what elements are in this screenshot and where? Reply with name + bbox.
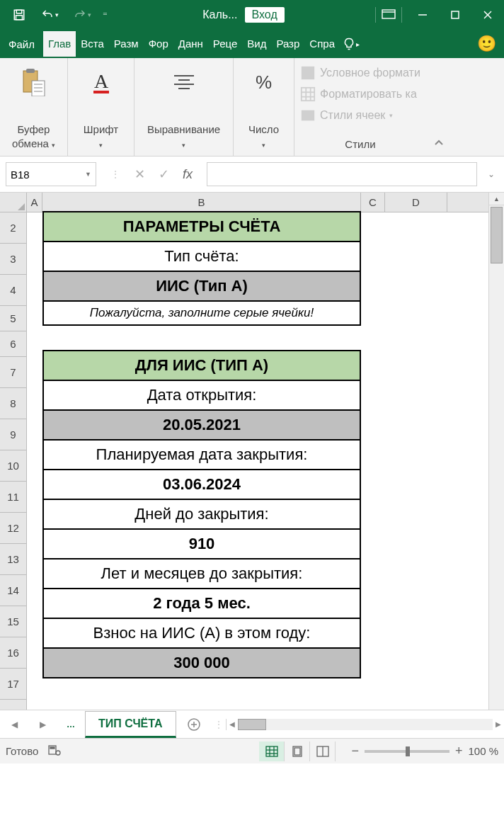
sheet-tab-active[interactable]: ТИП СЧЁТА xyxy=(85,711,176,738)
row-header[interactable]: 4 xyxy=(0,275,26,306)
tab-formulas[interactable]: Фор xyxy=(144,31,173,57)
row-header[interactable]: 6 xyxy=(0,331,26,357)
format-as-table-button[interactable]: Форматировать ка xyxy=(300,84,420,105)
minimize-button[interactable] xyxy=(406,0,439,30)
view-page-layout-icon[interactable] xyxy=(285,742,310,761)
undo-icon[interactable]: ▾ xyxy=(34,0,65,30)
row-header[interactable]: 3 xyxy=(0,244,26,275)
row-header[interactable]: 8 xyxy=(0,388,26,419)
feedback-icon[interactable]: 🙂 xyxy=(469,35,504,53)
zoom-in-button[interactable]: + xyxy=(455,744,463,759)
cell[interactable]: 300 000 xyxy=(42,647,361,678)
cell[interactable]: 910 xyxy=(42,528,361,559)
column-header[interactable]: B xyxy=(42,193,361,212)
qat-customize-icon[interactable]: ⁼ xyxy=(99,0,110,30)
tab-home[interactable]: Глав xyxy=(43,31,76,57)
ribbon-display-icon[interactable] xyxy=(382,9,396,21)
cell[interactable]: Лет и месяцев до закрытия: xyxy=(42,558,361,589)
svg-rect-22 xyxy=(302,88,314,101)
add-sheet-button[interactable] xyxy=(176,717,212,732)
cancel-icon[interactable]: ✕ xyxy=(127,162,151,186)
svg-rect-1 xyxy=(16,10,22,13)
status-ready: Готово xyxy=(6,745,38,757)
number-button[interactable]: % xyxy=(256,62,272,98)
cell[interactable]: ДЛЯ ИИС (ТИП А) xyxy=(42,350,361,381)
row-header[interactable]: 11 xyxy=(0,482,26,513)
horizontal-scrollbar[interactable]: ◀ ▶ xyxy=(226,719,504,730)
collapse-ribbon-icon[interactable] xyxy=(426,58,452,156)
cell[interactable]: 20.05.2021 xyxy=(42,409,361,441)
column-header[interactable]: D xyxy=(385,193,447,212)
svg-rect-2 xyxy=(16,16,23,20)
row-header[interactable]: 17 xyxy=(0,669,26,700)
row-header[interactable]: 10 xyxy=(0,450,26,482)
zoom-slider[interactable] xyxy=(365,750,449,753)
tab-help[interactable]: Спра xyxy=(304,31,340,57)
tab-insert[interactable]: Вста xyxy=(76,31,109,57)
spreadsheet-grid[interactable]: 2 3 4 5 6 7 8 9 10 11 12 13 14 15 16 17 … xyxy=(0,193,504,710)
column-header[interactable]: A xyxy=(27,193,42,212)
enter-icon[interactable]: ✓ xyxy=(151,162,176,186)
expand-formula-icon[interactable]: ⌄ xyxy=(484,169,498,179)
row-header[interactable]: 5 xyxy=(0,306,26,331)
ribbon-tabs: Файл Глав Вста Разм Фор Данн Реце Вид Ра… xyxy=(0,30,504,58)
select-all-button[interactable] xyxy=(0,193,26,212)
row-header[interactable]: 15 xyxy=(0,606,26,637)
alignment-button[interactable] xyxy=(171,62,197,98)
cell[interactable]: Дата открытия: xyxy=(42,380,361,411)
row-header[interactable]: 7 xyxy=(0,357,26,388)
sheet-nav-prev[interactable]: ◀ xyxy=(0,720,28,729)
tab-file[interactable]: Файл xyxy=(0,32,43,57)
row-header[interactable]: 9 xyxy=(0,419,26,450)
cell-styles-button[interactable]: Стили ячеек ▾ xyxy=(300,105,420,126)
row-header[interactable]: 12 xyxy=(0,513,26,544)
cell[interactable]: ИИС (Тип А) xyxy=(42,271,361,302)
group-number-label: Число▾ xyxy=(248,123,279,154)
cell[interactable]: 03.06.2024 xyxy=(42,469,361,500)
font-button[interactable]: A xyxy=(91,62,112,98)
signin-button[interactable]: Вход xyxy=(245,7,285,23)
scrollbar-thumb[interactable] xyxy=(491,207,503,263)
cell[interactable]: Дней до закрытия: xyxy=(42,499,361,530)
tab-developer[interactable]: Разр xyxy=(271,31,304,57)
zoom-out-button[interactable]: − xyxy=(351,744,359,759)
alignment-icon xyxy=(171,67,197,98)
cell[interactable]: Планируемая дата закрытия: xyxy=(42,439,361,470)
formula-input[interactable] xyxy=(207,162,477,186)
cell[interactable]: 2 года 5 мес. xyxy=(42,588,361,619)
row-header[interactable]: 16 xyxy=(0,637,26,669)
view-normal-icon[interactable] xyxy=(259,742,285,761)
maximize-button[interactable] xyxy=(439,0,471,30)
tab-data[interactable]: Данн xyxy=(173,31,208,57)
tab-layout[interactable]: Разм xyxy=(109,31,144,57)
vertical-scrollbar[interactable]: ▲ xyxy=(488,193,504,710)
redo-icon[interactable]: ▾ xyxy=(67,0,98,30)
row-header[interactable]: 2 xyxy=(0,212,26,244)
sheet-more[interactable]: … xyxy=(57,720,85,729)
cell[interactable]: Взнос на ИИС (А) в этом году: xyxy=(42,618,361,649)
fx-icon[interactable]: fx xyxy=(176,162,200,186)
row-header[interactable]: 13 xyxy=(0,544,26,575)
tell-me-icon[interactable]: ▸ xyxy=(340,38,362,50)
save-icon[interactable] xyxy=(6,0,33,30)
view-page-break-icon[interactable] xyxy=(310,742,336,761)
name-box[interactable]: B18 ▼ xyxy=(6,162,96,186)
tab-review[interactable]: Реце xyxy=(208,31,242,57)
paste-button[interactable] xyxy=(22,62,46,98)
column-headers: A B C D xyxy=(27,193,488,212)
zoom-level[interactable]: 100 % xyxy=(468,745,498,757)
svg-rect-27 xyxy=(302,110,314,121)
scroll-up-icon[interactable]: ▲ xyxy=(489,193,504,205)
macro-record-icon[interactable] xyxy=(48,744,61,759)
group-font: A Шрифт▾ xyxy=(68,58,134,156)
group-alignment: Выравнивание▾ xyxy=(134,58,234,156)
column-header[interactable]: C xyxy=(361,193,385,212)
cell[interactable]: ПАРАМЕТРЫ СЧЁТА xyxy=(42,211,361,242)
cell[interactable]: Пожалуйста, заполните серые ячейки! xyxy=(42,300,361,326)
tab-view[interactable]: Вид xyxy=(242,31,271,57)
close-button[interactable] xyxy=(471,0,504,30)
cell[interactable]: Тип счёта: xyxy=(42,241,361,272)
sheet-nav-next[interactable]: ▶ xyxy=(28,720,57,729)
conditional-format-button[interactable]: Условное формати xyxy=(300,62,420,84)
row-header[interactable]: 14 xyxy=(0,575,26,606)
